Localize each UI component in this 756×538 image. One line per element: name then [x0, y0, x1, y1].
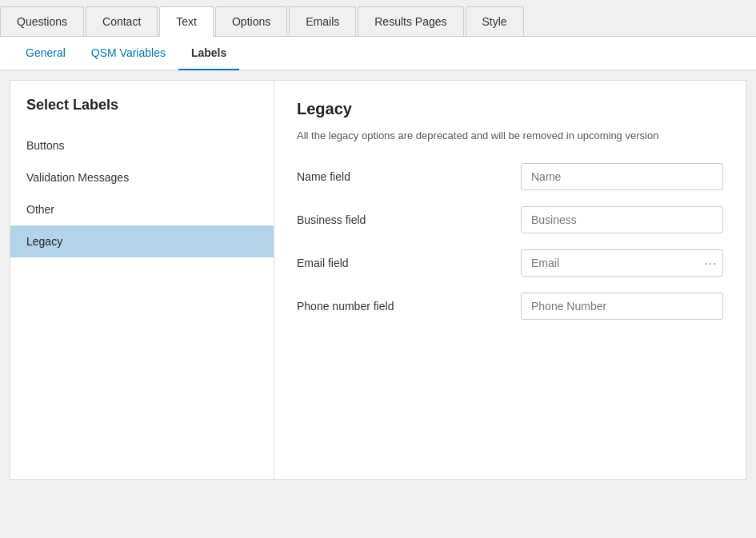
field-input-wrap-0 [521, 163, 723, 190]
sidebar-item-validation-messages[interactable]: Validation Messages [10, 161, 274, 193]
top-tab-emails[interactable]: Emails [289, 6, 356, 36]
form-row-1: Business field [297, 206, 723, 233]
top-tab-results-pages[interactable]: Results Pages [358, 6, 463, 36]
panel-description: All the legacy options are deprecated an… [297, 128, 723, 144]
field-label-3: Phone number field [297, 300, 521, 313]
sub-tab-bar: GeneralQSM VariablesLabels [0, 37, 756, 70]
field-input-3[interactable] [521, 293, 723, 320]
form-row-2: Email field⋯ [297, 249, 723, 277]
field-input-wrap-2: ⋯ [521, 249, 723, 277]
field-input-0[interactable] [521, 163, 723, 190]
top-tab-style[interactable]: Style [466, 6, 524, 36]
sub-tab-general[interactable]: General [13, 37, 78, 70]
top-tab-options[interactable]: Options [215, 6, 287, 36]
top-tab-questions[interactable]: Questions [0, 6, 84, 36]
main-content: Select Labels ButtonsValidation Messages… [10, 80, 746, 480]
field-input-2[interactable] [521, 249, 723, 277]
sidebar-title: Select Labels [10, 97, 274, 130]
field-label-1: Business field [297, 213, 521, 226]
top-tab-bar: QuestionsContactTextOptionsEmailsResults… [0, 0, 756, 37]
form-row-0: Name field [297, 163, 723, 190]
sidebar-item-legacy[interactable]: Legacy [10, 225, 274, 257]
right-panel: Legacy All the legacy options are deprec… [274, 81, 746, 479]
field-input-1[interactable] [521, 206, 723, 233]
field-label-0: Name field [297, 170, 521, 183]
panel-title: Legacy [297, 100, 723, 118]
sidebar-item-other[interactable]: Other [10, 193, 274, 225]
sub-tab-qsm-variables[interactable]: QSM Variables [78, 37, 178, 70]
field-input-wrap-3 [521, 293, 723, 320]
sidebar-item-buttons[interactable]: Buttons [10, 130, 274, 161]
sub-tab-labels[interactable]: Labels [178, 37, 239, 70]
sidebar: Select Labels ButtonsValidation Messages… [10, 81, 274, 479]
top-tab-contact[interactable]: Contact [86, 6, 158, 36]
top-tab-text[interactable]: Text [159, 6, 214, 37]
form-row-3: Phone number field [297, 293, 723, 320]
field-label-2: Email field [297, 257, 521, 269]
field-input-wrap-1 [521, 206, 723, 233]
